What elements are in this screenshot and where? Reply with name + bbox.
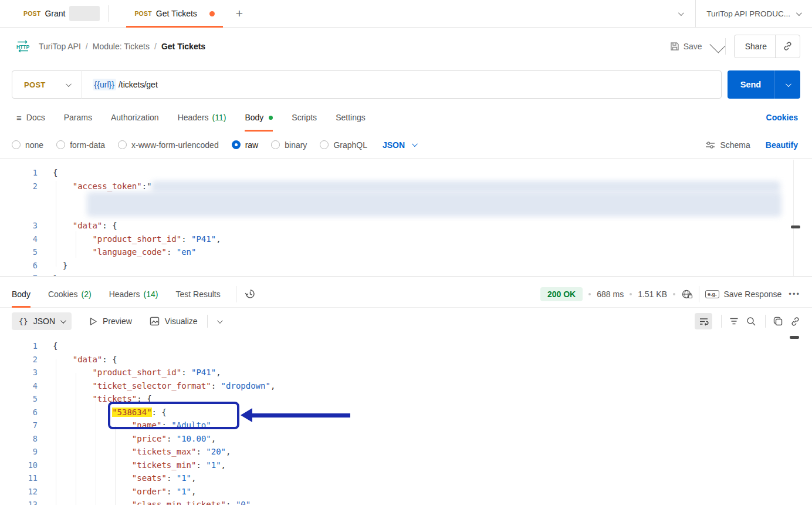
radio-raw[interactable]: raw [232,140,259,150]
line-number: 1 [0,166,53,180]
breadcrumb-collection[interactable]: TuriTop API [39,42,81,51]
response-format-selector[interactable]: {} JSON [12,312,72,330]
indent-guide [96,399,96,505]
breadcrumb: TuriTop API / Module: Tickets / Get Tick… [39,42,205,51]
response-tab-cookies[interactable]: Cookies (2) [48,281,92,308]
tab-scripts[interactable]: Scripts [292,103,317,132]
line-number: 12 [0,485,53,499]
dot-separator [588,293,591,295]
response-history-icon[interactable] [245,288,256,299]
scrollbar-thumb[interactable] [791,225,800,228]
status-badge[interactable]: 200 OK [540,287,583,301]
line-number: 6 [0,259,53,272]
docs-icon: ≡ [16,113,22,123]
line-number: 11 [0,472,53,485]
new-tab-button[interactable]: + [232,6,246,21]
cookies-count: (2) [82,289,92,299]
response-size[interactable]: 1.51 KB [638,289,667,299]
divider [236,286,236,302]
tab-label: Test Results [175,289,220,299]
divider [82,70,82,99]
wrap-text-icon[interactable] [695,313,712,329]
visualize-button[interactable]: Visualize [150,317,198,326]
body-language-selector[interactable]: JSON [383,140,416,150]
indent-guide [115,426,116,505]
header-actions: Save Share [664,35,800,58]
radio-none[interactable]: none [12,140,43,150]
url-input[interactable]: {{url}} /tickets/get [93,79,158,90]
divider [721,315,722,328]
http-request-icon: HTTP [15,40,31,53]
breadcrumb-request-name[interactable]: Get Tickets [161,42,205,51]
response-status-bar: 200 OK 688 ms 1.51 KB e.g. Save Response [540,286,801,302]
search-icon[interactable] [746,317,756,326]
tab-method-label: POST [134,10,151,17]
indent-guide [76,231,76,258]
code-line: 7} [0,272,812,276]
radio-label: raw [245,140,259,150]
send-options-chevron[interactable] [774,83,800,87]
send-button[interactable]: Send [728,70,800,99]
save-options-chevron[interactable] [709,38,725,53]
method-label: POST [24,80,46,89]
response-tab-body[interactable]: Body [12,281,31,308]
code-line: 4 "product_short_id": "P41", [0,233,812,246]
breadcrumb-folder[interactable]: Module: Tickets [93,42,150,51]
copy-icon[interactable] [773,317,783,326]
tab-body[interactable]: Body [245,103,273,132]
redacted-token-blur [151,181,780,193]
request-body-editor[interactable]: 1{2 "access_token":"3 "data": {4 "produc… [0,159,812,276]
copy-link-icon[interactable] [776,41,800,51]
preview-button[interactable]: Preview [89,317,132,326]
redacted-token-blur [87,192,781,217]
code-line: 1{ [0,339,812,353]
save-button[interactable]: Save [664,37,708,56]
chevron-down-icon [60,318,66,324]
radio-form-data[interactable]: form-data [56,140,105,150]
schema-button[interactable]: Schema [705,140,750,150]
tab-headers[interactable]: Headers (11) [178,103,226,132]
tab-settings[interactable]: Settings [336,103,366,132]
view-options-chevron[interactable] [217,318,223,324]
tab-method-label: POST [23,10,40,17]
radio-graphql[interactable]: GraphQL [320,140,367,150]
chevron-down-icon[interactable] [678,10,684,16]
annotation-arrow-head [241,408,252,422]
tab-docs[interactable]: ≡ Docs [16,103,45,132]
response-tab-headers[interactable]: Headers (14) [109,281,158,308]
tab-grant[interactable]: POST Grant [15,0,108,28]
tab-get-tickets[interactable]: POST Get Tickets [126,0,222,28]
url-path: /tickets/get [117,80,158,89]
image-icon [150,317,160,326]
url-input-container: POST {{url}} /tickets/get [12,70,722,99]
divider [699,286,699,302]
beautify-button[interactable]: Beautify [766,140,798,150]
pane-splitter[interactable] [0,276,812,277]
environment-selector[interactable]: TuriTop API PRODUC... [695,0,812,28]
chevron-down-icon [412,141,418,147]
link-icon[interactable] [790,317,800,326]
method-selector[interactable]: POST [12,80,82,89]
radio-circle [118,140,127,149]
radio-urlencoded[interactable]: x-www-form-urlencoded [118,140,219,150]
save-response-button[interactable]: e.g. Save Response [705,289,781,299]
line-number: 6 [0,406,53,419]
tab-params[interactable]: Params [64,103,92,132]
line-number: 3 [0,219,53,233]
headers-count: (11) [212,113,226,122]
body-content-dot [269,116,273,120]
scrollbar-thumb[interactable] [790,336,799,339]
cookies-link[interactable]: Cookies [766,113,798,122]
response-time[interactable]: 688 ms [597,289,624,299]
network-info-icon[interactable] [681,289,693,299]
filter-icon[interactable] [729,317,739,325]
more-actions-icon[interactable]: ••• [787,289,801,298]
share-button[interactable]: Share [734,35,800,58]
radio-binary[interactable]: binary [271,140,307,150]
tab-label: Body [12,289,31,299]
code-line: 5 "language_code": "en" [0,245,812,259]
response-tab-test-results[interactable]: Test Results [175,281,220,308]
tab-authorization[interactable]: Authorization [111,103,159,132]
line-number: 4 [0,233,53,246]
braces-icon: {} [19,317,28,326]
